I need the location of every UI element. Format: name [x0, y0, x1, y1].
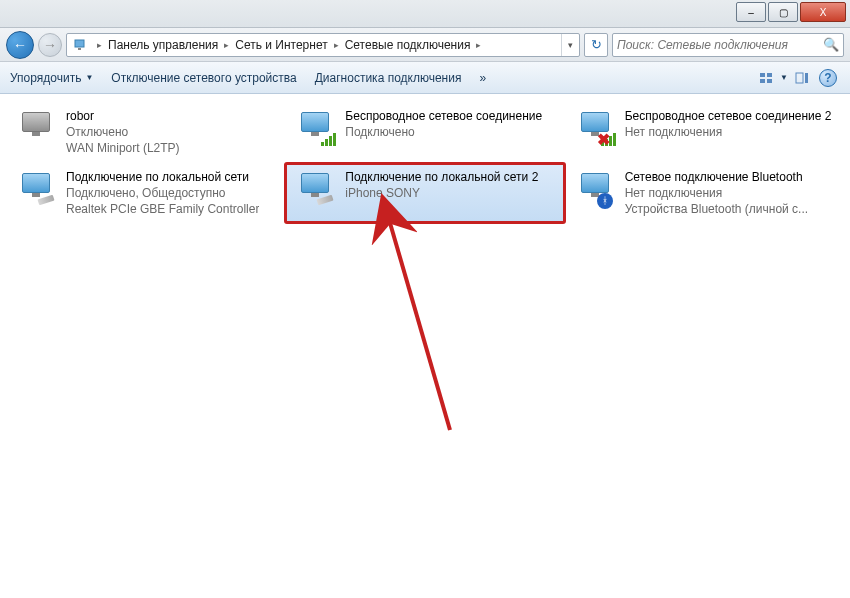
svg-rect-6 [796, 73, 803, 83]
bluetooth-badge-icon: ᚼ [597, 193, 613, 209]
svg-rect-3 [767, 73, 772, 77]
view-layout-button[interactable] [754, 67, 778, 89]
lan-icon [293, 169, 337, 209]
connection-item-wireless2[interactable]: ✖ Беспроводное сетевое соединение 2 Нет … [565, 102, 844, 163]
connection-status: Подключено [345, 124, 542, 140]
nav-back-button[interactable]: ← [6, 31, 34, 59]
search-box[interactable]: 🔍 [612, 33, 844, 57]
connections-list: robor Отключено WAN Miniport (L2TP) Бесп… [0, 94, 850, 231]
wireless-disabled-icon: ✖ [573, 108, 617, 148]
organize-menu[interactable]: Упорядочить ▼ [10, 71, 93, 85]
breadcrumb-item[interactable]: Сетевые подключения [341, 34, 475, 56]
window-titlebar: – ▢ X [0, 0, 850, 28]
connection-title: Беспроводное сетевое соединение 2 [625, 108, 832, 124]
svg-rect-4 [760, 79, 765, 83]
connection-device: WAN Miniport (L2TP) [66, 140, 180, 156]
address-dropdown-button[interactable]: ▾ [561, 34, 579, 56]
connection-item-wireless1[interactable]: Беспроводное сетевое соединение Подключе… [285, 102, 564, 163]
refresh-button[interactable]: ↻ [584, 33, 608, 57]
svg-rect-5 [767, 79, 772, 83]
connection-title: Подключение по локальной сети 2 [345, 169, 538, 185]
connection-item-robor[interactable]: robor Отключено WAN Miniport (L2TP) [6, 102, 285, 163]
connection-title: Подключение по локальной сети [66, 169, 259, 185]
breadcrumb-sep-icon: ▸ [332, 40, 341, 50]
more-commands-button[interactable]: » [479, 71, 486, 85]
breadcrumb-item[interactable]: Панель управления [104, 34, 222, 56]
arrow-left-icon: ← [13, 37, 27, 53]
connection-item-lan1[interactable]: Подключение по локальной сети Подключено… [6, 163, 285, 224]
maximize-button[interactable]: ▢ [768, 2, 798, 22]
address-bar: ← → ▸ Панель управления ▸ Сеть и Интерне… [0, 28, 850, 62]
svg-rect-1 [78, 48, 81, 50]
network-icon [71, 35, 91, 55]
window-controls: – ▢ X [734, 2, 846, 22]
connection-status: Нет подключения [625, 124, 825, 140]
search-icon[interactable]: 🔍 [823, 37, 839, 52]
command-bar: Упорядочить ▼ Отключение сетевого устрой… [0, 62, 850, 94]
breadcrumb-item[interactable]: Сеть и Интернет [231, 34, 331, 56]
bluetooth-icon: ✖ ᚼ [573, 169, 617, 209]
svg-line-8 [388, 216, 450, 430]
error-x-icon: ✖ [597, 132, 610, 148]
search-input[interactable] [617, 38, 823, 52]
lan-icon [14, 169, 58, 209]
connection-status: Отключено [66, 124, 180, 140]
close-button[interactable]: X [800, 2, 846, 22]
connection-device: Realtek PCIe GBE Family Controller [66, 201, 259, 217]
nav-forward-button[interactable]: → [38, 33, 62, 57]
connection-device: iPhone SONY [345, 185, 538, 201]
connection-item-bluetooth[interactable]: ✖ ᚼ Сетевое подключение Bluetooth Нет по… [565, 163, 844, 224]
chevron-down-icon[interactable]: ▼ [780, 73, 788, 82]
minimize-button[interactable]: – [736, 2, 766, 22]
connection-status: Нет подключения [625, 185, 808, 201]
address-box[interactable]: ▸ Панель управления ▸ Сеть и Интернет ▸ … [66, 33, 580, 57]
breadcrumb-sep-icon: ▸ [474, 40, 483, 50]
connection-title: robor [66, 108, 180, 124]
wireless-icon [293, 108, 337, 148]
connection-title: Сетевое подключение Bluetooth [625, 169, 808, 185]
organize-label: Упорядочить [10, 71, 81, 85]
preview-pane-button[interactable] [790, 67, 814, 89]
connection-title: Беспроводное сетевое соединение [345, 108, 542, 124]
help-button[interactable]: ? [816, 67, 840, 89]
chevron-down-icon: ▼ [85, 73, 93, 82]
arrow-right-icon: → [43, 37, 57, 53]
diagnose-button[interactable]: Диагностика подключения [315, 71, 462, 85]
svg-rect-2 [760, 73, 765, 77]
connection-device: Устройства Bluetooth (личной с... [625, 201, 808, 217]
help-icon: ? [819, 69, 837, 87]
svg-rect-0 [75, 40, 84, 47]
disable-device-button[interactable]: Отключение сетевого устройства [111, 71, 296, 85]
breadcrumb-sep-icon: ▸ [222, 40, 231, 50]
svg-rect-7 [805, 73, 808, 83]
view-options: ▼ ? [754, 67, 840, 89]
connection-status: Подключено, Общедоступно [66, 185, 259, 201]
dialup-icon [14, 108, 58, 148]
breadcrumb-sep-icon: ▸ [95, 40, 104, 50]
connection-item-lan2[interactable]: Подключение по локальной сети 2 iPhone S… [285, 163, 564, 224]
